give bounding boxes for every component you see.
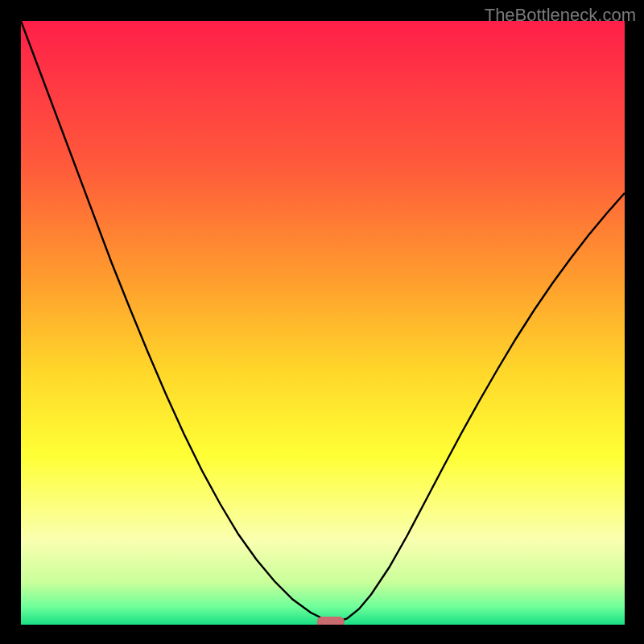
min-marker: [317, 617, 345, 625]
plot-area: [21, 21, 625, 625]
background-gradient: [21, 21, 625, 625]
chart-svg: [21, 21, 625, 625]
watermark-text: TheBottleneck.com: [485, 5, 636, 26]
